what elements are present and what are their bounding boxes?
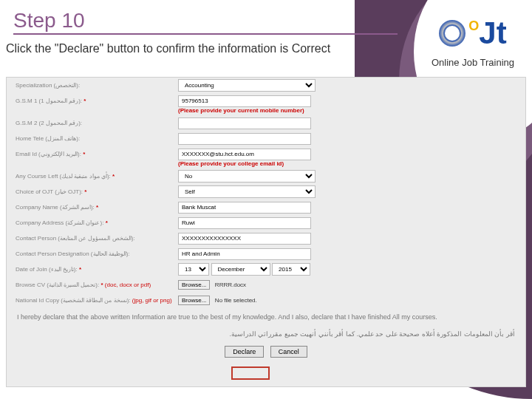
choice-select[interactable]: Self xyxy=(178,185,316,198)
row-gsm1: G.S.M 1 (رقم المحمول 1): * xyxy=(7,93,525,109)
row-course-left: Any Course Left (أي مواد متبقية لديك): *… xyxy=(7,168,525,184)
row-contact-person: Contact Person (الشخص المسؤول عن المتابع… xyxy=(7,231,525,246)
gear-icon xyxy=(439,20,466,47)
cancel-button[interactable]: Cancel xyxy=(270,346,307,358)
row-choice: Choice of OJT (خيار OJT): * Self xyxy=(7,184,525,200)
row-gsm2: G.S.M 2 (رقم المحمول 2): xyxy=(7,115,525,131)
slide-subtitle: Click the "Declare" button to confirm th… xyxy=(6,41,375,55)
row-nid: National Id Copy (نسخة من البطاقة الشخصي… xyxy=(7,293,525,308)
row-contact-desig: Contact Person Designation (الوظيفة الحا… xyxy=(7,246,525,262)
home-tele-input[interactable] xyxy=(178,133,311,145)
email-hint: (Please provide your college email id) xyxy=(7,160,525,167)
doj-year-select[interactable]: 2015 xyxy=(272,263,310,276)
label-home-tele: Home Tele (هاتف المنزل): xyxy=(16,135,178,142)
required-mark: * xyxy=(79,266,81,273)
required-mark: * xyxy=(83,151,85,157)
gsm1-hint: (Please provide your current mobile numb… xyxy=(7,107,525,114)
declare-button[interactable]: Declare xyxy=(225,346,264,358)
declaration-ar: أقر بأن المعلومات المذكورة أعلاه صحيحة ع… xyxy=(7,327,525,342)
row-company-addr: Company Address (عنوان الشركة): * xyxy=(7,215,525,231)
cv-file-name: RRRR.docx xyxy=(215,282,246,288)
required-mark: * xyxy=(83,98,86,104)
nid-file-name: No file selected. xyxy=(215,297,257,304)
label-cv: Browse CV (تحميل السيرة الذاتية): xyxy=(16,282,99,288)
label-nid: National Id Copy (نسخة من البطاقة الشخصي… xyxy=(16,297,131,304)
row-company-name: Company Name (اسم الشركة): * xyxy=(7,200,525,215)
row-email: Email Id (البريد الإلكتروني): * xyxy=(7,146,525,162)
company-addr-input[interactable] xyxy=(178,217,311,229)
label-gsm1: G.S.M 1 (رقم المحمول 1): xyxy=(16,98,82,104)
course-left-select[interactable]: No xyxy=(178,170,316,183)
label-company-addr: Company Address (عنوان الشركة): xyxy=(16,219,103,226)
contact-desig-input[interactable] xyxy=(178,248,311,260)
required-mark: * xyxy=(96,204,98,211)
logo-text-icon: OJt xyxy=(468,21,506,46)
label-contact-person: Contact Person (الشخص المسؤول عن المتابع… xyxy=(16,235,178,242)
label-contact-desig: Contact Person Designation (الوظيفة الحا… xyxy=(16,250,178,257)
row-specialization: Specialization (التخصص): Accounting xyxy=(7,78,525,93)
registration-form: Specialization (التخصص): Accounting G.S.… xyxy=(6,77,526,387)
label-course-left: Any Course Left (أي مواد متبقية لديك): xyxy=(16,173,111,180)
email-input[interactable] xyxy=(178,149,311,160)
specialization-select[interactable]: Accounting xyxy=(178,79,316,92)
row-home-tele: Home Tele (هاتف المنزل): xyxy=(7,131,525,146)
nid-browse-button[interactable]: Browse... xyxy=(178,296,210,305)
required-mark: * xyxy=(106,219,108,226)
label-company-name: Company Name (اسم الشركة): xyxy=(16,204,95,211)
label-email: Email Id (البريد الإلكتروني): xyxy=(16,151,81,157)
required-mark: * xyxy=(100,282,103,288)
label-choice: Choice of OJT (خيار OJT): xyxy=(16,188,83,195)
cv-browse-button[interactable]: Browse... xyxy=(178,280,210,290)
cv-hint: (doc, docx or pdf) xyxy=(105,282,151,288)
brand-logo: OJt Online Job Training xyxy=(429,11,517,68)
declare-highlight-box xyxy=(231,366,270,380)
label-doj: Date of Join (تاريخ البدء): xyxy=(16,266,78,273)
label-specialization: Specialization (التخصص): xyxy=(16,82,178,89)
gsm1-input[interactable] xyxy=(178,95,311,107)
required-mark: * xyxy=(112,173,115,180)
row-doj: Date of Join (تاريخ البدء): * 13 Decembe… xyxy=(7,262,525,277)
row-cv: Browse CV (تحميل السيرة الذاتية): * (doc… xyxy=(7,277,525,293)
required-mark: * xyxy=(84,188,86,195)
contact-person-input[interactable] xyxy=(178,233,311,245)
nid-hint: (jpg, gif or png) xyxy=(132,297,172,304)
brand-name: Online Job Training xyxy=(429,57,517,68)
button-row: Declare Cancel xyxy=(7,341,525,362)
company-name-input[interactable] xyxy=(178,202,311,214)
doj-day-select[interactable]: 13 xyxy=(178,263,209,276)
slide-title: Step 10 xyxy=(13,9,398,35)
label-gsm2: G.S.M 2 (رقم المحمول 2): xyxy=(16,120,178,126)
declaration-en: I hereby declare that the above written … xyxy=(7,308,525,327)
gsm2-input[interactable] xyxy=(178,117,311,129)
doj-month-select[interactable]: December xyxy=(211,263,270,276)
